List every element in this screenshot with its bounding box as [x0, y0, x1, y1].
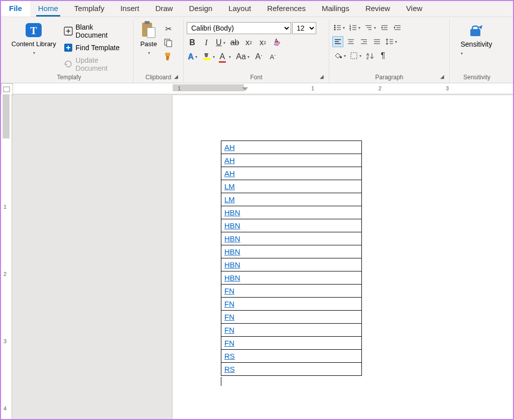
clear-formatting-button[interactable]: A [272, 37, 283, 48]
table-cell-link[interactable]: HBN [224, 208, 240, 217]
svg-point-16 [334, 25, 336, 27]
table-row[interactable]: FN [221, 311, 362, 324]
table-row[interactable]: HBN [221, 271, 362, 285]
update-document-button[interactable]: Update Document [62, 55, 129, 73]
clipboard-launcher-icon[interactable]: ◢ [174, 74, 180, 80]
table-row[interactable]: AH [221, 154, 362, 167]
table-cell-link[interactable]: FN [224, 339, 234, 347]
font-name-select[interactable]: Calibri (Body) [187, 22, 291, 34]
horizontal-ruler[interactable]: 1 1 2 3 4 [13, 83, 513, 94]
borders-button[interactable]: ▾ [349, 50, 362, 61]
table-row[interactable]: HBN [221, 232, 362, 245]
superscript-button[interactable]: x2 [258, 37, 269, 48]
tab-review[interactable]: Review [357, 1, 398, 17]
table-row[interactable]: RS [221, 350, 362, 363]
table-row[interactable]: LM [221, 180, 362, 193]
font-size-select[interactable]: 12 [292, 22, 316, 34]
cut-button[interactable]: ✂ [163, 23, 174, 34]
text-effects-button[interactable]: A▾ [187, 51, 198, 62]
text-cursor [221, 377, 508, 386]
table-row[interactable]: FN [221, 324, 362, 337]
decrease-indent-button[interactable] [379, 22, 390, 33]
multilevel-list-button[interactable]: ▾ [363, 22, 377, 33]
show-marks-button[interactable]: ¶ [377, 50, 389, 61]
table-row[interactable]: FN [221, 337, 362, 350]
increase-indent-button[interactable] [392, 22, 403, 33]
align-left-button[interactable] [332, 36, 343, 47]
highlight-button[interactable]: ▾ [201, 51, 216, 62]
table-cell-link[interactable]: HBN [224, 260, 240, 269]
underline-button[interactable]: U▾ [215, 37, 226, 48]
table-cell-link[interactable]: FN [224, 300, 234, 308]
table-row[interactable]: HBN [221, 258, 362, 271]
italic-button[interactable]: I [201, 37, 212, 48]
document-scroll[interactable]: AHAHAHLMLMHBNHBNHBNHBNHBNHBNFNFNFNFNFNRS… [13, 95, 513, 419]
align-justify-button[interactable] [371, 36, 382, 47]
table-cell-link[interactable]: FN [224, 313, 234, 321]
table-cell-link[interactable]: LM [224, 182, 235, 191]
bold-button[interactable]: B [187, 37, 198, 48]
table-cell-link[interactable]: HBN [224, 273, 240, 282]
content-library-button[interactable]: T Content Library ▾ [8, 20, 60, 82]
align-right-button[interactable] [358, 36, 369, 47]
sort-button[interactable]: AZ [364, 50, 375, 61]
table-row[interactable]: RS [221, 363, 362, 376]
svg-text:Z: Z [366, 56, 369, 60]
table-cell-link[interactable]: AH [224, 156, 235, 165]
indent-marker-icon[interactable] [242, 87, 248, 91]
document-table[interactable]: AHAHAHLMLMHBNHBNHBNHBNHBNHBNFNFNFNFNFNRS… [221, 141, 362, 376]
line-spacing-button[interactable]: ▾ [384, 36, 398, 47]
table-cell-link[interactable]: LM [224, 195, 235, 204]
group-label-paragraph: Paragraph [329, 74, 449, 81]
tab-mailings[interactable]: Mailings [314, 1, 357, 17]
ruler-corner[interactable] [1, 83, 13, 95]
pilcrow-icon: ¶ [381, 51, 386, 60]
table-cell-link[interactable]: HBN [224, 221, 240, 230]
document-page[interactable]: AHAHAHLMLMHBNHBNHBNHBNHBNHBNFNFNFNFNFNRS… [173, 95, 513, 419]
table-cell-link[interactable]: AH [224, 169, 235, 178]
tab-insert[interactable]: Insert [112, 1, 148, 17]
table-cell-link[interactable]: RS [224, 365, 235, 373]
subscript-button[interactable]: x2 [243, 37, 254, 48]
tab-layout[interactable]: Layout [220, 1, 259, 17]
numbering-button[interactable]: 123▾ [348, 22, 361, 33]
grow-font-button[interactable]: A˄ [253, 51, 265, 62]
tab-draw[interactable]: Draw [147, 1, 181, 17]
tab-templafy[interactable]: Templafy [66, 1, 112, 17]
table-cell-link[interactable]: FN [224, 326, 234, 334]
change-case-button[interactable]: Aa▾ [235, 51, 250, 62]
bullets-button[interactable]: ▾ [332, 22, 346, 33]
shrink-font-button[interactable]: A˅ [268, 51, 279, 62]
table-row[interactable]: LM [221, 193, 362, 206]
tab-view[interactable]: View [398, 1, 430, 17]
table-cell-link[interactable]: HBN [224, 247, 240, 256]
paragraph-launcher-icon[interactable]: ◢ [440, 74, 446, 80]
table-row[interactable]: HBN [221, 219, 362, 232]
paste-button[interactable]: Paste▾ [137, 20, 161, 82]
vertical-ruler[interactable]: 1 2 3 4 [1, 94, 12, 419]
font-launcher-icon[interactable]: ◢ [320, 74, 326, 80]
table-row[interactable]: HBN [221, 245, 362, 258]
sensitivity-button[interactable]: Sensitivity▾ [453, 20, 500, 58]
tab-home[interactable]: Home [30, 1, 66, 17]
table-row[interactable]: HBN [221, 206, 362, 219]
table-row[interactable]: FN [221, 298, 362, 311]
table-row[interactable]: FN [221, 285, 362, 298]
table-cell-link[interactable]: RS [224, 352, 235, 360]
font-color-button[interactable]: A▾ [219, 51, 232, 62]
table-row[interactable]: AH [221, 141, 362, 154]
align-center-button[interactable] [345, 36, 356, 47]
table-cell-link[interactable]: HBN [224, 234, 240, 243]
copy-button[interactable] [163, 37, 174, 48]
tab-file[interactable]: File [1, 1, 30, 17]
strikethrough-button[interactable]: ab [229, 37, 240, 48]
table-cell-link[interactable]: FN [224, 287, 234, 295]
format-painter-button[interactable] [163, 51, 174, 62]
shading-button[interactable]: ▾ [332, 50, 347, 61]
table-cell-link[interactable]: AH [224, 143, 235, 152]
table-row[interactable]: AH [221, 167, 362, 180]
tab-references[interactable]: References [259, 1, 314, 17]
tab-design[interactable]: Design [181, 1, 220, 17]
blank-document-button[interactable]: Blank Document [62, 22, 129, 40]
find-template-button[interactable]: Find Template [62, 42, 129, 53]
